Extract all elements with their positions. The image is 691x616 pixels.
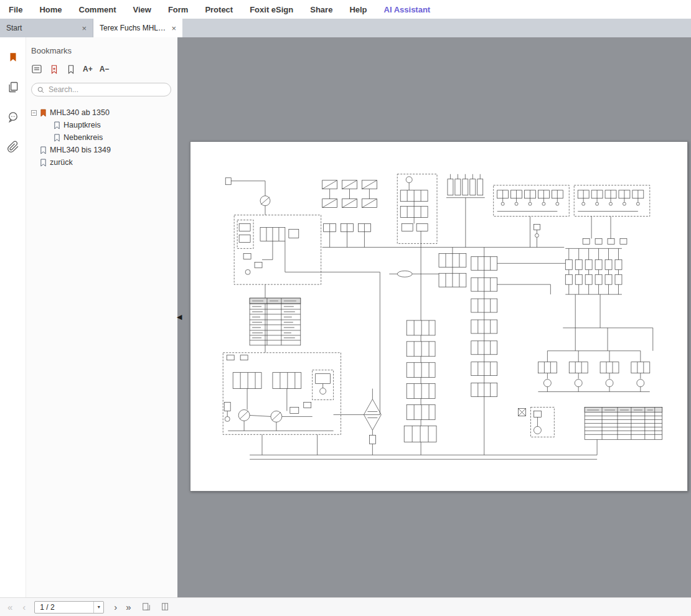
menu-ai-assistant[interactable]: AI Assistant <box>384 5 431 14</box>
menu-form[interactable]: Form <box>168 5 189 14</box>
bookmarks-panel-icon[interactable] <box>6 50 21 65</box>
bookmark-icon <box>54 134 60 142</box>
increase-font-icon[interactable]: A+ <box>83 63 93 75</box>
previous-page-button[interactable]: ‹ <box>22 602 26 612</box>
single-page-view-icon[interactable] <box>141 602 151 613</box>
page-number-select[interactable]: 1 / 2 ▾ <box>34 601 104 614</box>
bookmark-label: Nebenkreis <box>63 133 103 142</box>
bookmark-icon <box>40 109 47 117</box>
bookmark-settings-icon[interactable] <box>66 63 76 75</box>
first-page-button[interactable]: « <box>7 602 12 612</box>
bookmark-label: Hauptkreis <box>63 121 101 129</box>
facing-page-view-icon[interactable] <box>160 602 170 613</box>
next-page-button[interactable]: › <box>114 602 117 612</box>
search-input[interactable] <box>49 85 166 94</box>
close-tab-icon[interactable]: × <box>171 24 176 32</box>
bookmark-item-mhl340-bis-1349[interactable]: MHL340 bis 1349 <box>26 144 177 156</box>
schematic-diagram <box>190 142 687 491</box>
bookmark-options-icon[interactable] <box>31 63 42 75</box>
pdf-page[interactable] <box>190 141 688 492</box>
menu-home[interactable]: Home <box>39 5 62 14</box>
bookmark-item-nebenkreis[interactable]: Nebenkreis <box>26 131 177 144</box>
bookmark-tree: − MHL340 ab 1350 Hauptkreis Nebenkreis M… <box>26 106 177 169</box>
menu-protect[interactable]: Protect <box>205 5 233 14</box>
bookmark-icon <box>40 146 47 154</box>
status-bar: « ‹ 1 / 2 ▾ › » <box>0 597 691 616</box>
menu-bar: File Home Comment View Form Protect Foxi… <box>0 0 691 19</box>
panel-title: Bookmarks <box>31 46 177 55</box>
bookmark-label: MHL340 bis 1349 <box>50 146 111 154</box>
decrease-font-icon[interactable]: A− <box>100 63 110 75</box>
tab-bar: Start × Terex Fuchs MHL340 ... × <box>0 19 691 37</box>
foxit-app-window: File Home Comment View Form Protect Foxi… <box>0 0 691 616</box>
bookmarks-toolbar: A+ A− <box>31 63 177 75</box>
pages-panel-icon[interactable] <box>6 80 21 95</box>
bookmark-item-mhl340-ab-1350[interactable]: − MHL340 ab 1350 <box>26 106 177 119</box>
menu-view[interactable]: View <box>133 5 151 14</box>
bookmark-icon <box>54 121 60 129</box>
bookmark-icon <box>40 159 47 167</box>
menu-file[interactable]: File <box>9 5 22 14</box>
tab-start[interactable]: Start × <box>0 19 93 37</box>
bookmark-label: zurück <box>50 158 73 167</box>
bookmarks-panel: Bookmarks A+ A− − <box>26 37 177 597</box>
last-page-button[interactable]: » <box>126 602 131 612</box>
bookmark-label: MHL340 ab 1350 <box>50 108 110 117</box>
dropdown-arrow-icon[interactable]: ▾ <box>93 602 103 613</box>
left-icon-strip <box>0 37 26 597</box>
search-icon <box>37 86 45 94</box>
collapse-panel-handle[interactable]: ◀ <box>177 313 182 321</box>
bookmark-item-zurueck[interactable]: zurück <box>26 156 177 169</box>
menu-comment[interactable]: Comment <box>79 5 116 14</box>
tab-start-label: Start <box>6 24 77 32</box>
menu-share[interactable]: Share <box>310 5 332 14</box>
menu-help[interactable]: Help <box>349 5 367 14</box>
bookmark-search[interactable] <box>31 83 171 96</box>
add-bookmark-icon[interactable] <box>49 63 59 75</box>
comments-panel-icon[interactable] <box>6 110 21 124</box>
tab-document[interactable]: Terex Fuchs MHL340 ... × <box>93 19 182 37</box>
collapse-expander-icon[interactable]: − <box>31 110 37 116</box>
page-indicator: 1 / 2 <box>40 603 54 612</box>
close-tab-icon[interactable]: × <box>82 24 87 32</box>
tab-document-label: Terex Fuchs MHL340 ... <box>100 24 166 32</box>
menu-foxit-esign[interactable]: Foxit eSign <box>250 5 293 14</box>
bookmark-item-hauptkreis[interactable]: Hauptkreis <box>26 119 177 131</box>
document-area[interactable]: ◀ <box>177 37 691 597</box>
attachments-panel-icon[interactable] <box>6 139 21 154</box>
